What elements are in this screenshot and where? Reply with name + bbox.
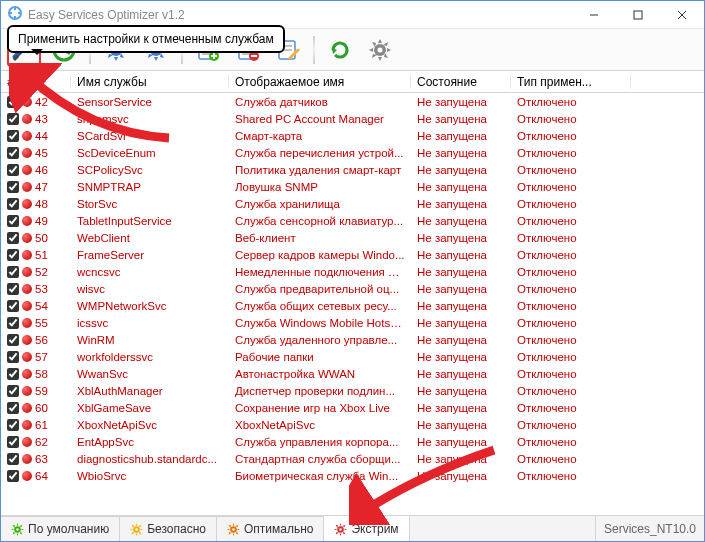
row-checkbox[interactable] <box>7 436 19 448</box>
table-row[interactable]: 50WebClientВеб-клиентНе запущенаОтключен… <box>1 229 704 246</box>
tooltip-text: Применить настройки к отмеченным службам <box>18 32 274 46</box>
tab-safe[interactable]: Безопасно <box>120 516 217 541</box>
table-row[interactable]: 42SensorServiceСлужба датчиковНе запущен… <box>1 93 704 110</box>
col-display[interactable]: Отображаемое имя <box>229 75 411 89</box>
table-row[interactable]: 45ScDeviceEnumСлужба перечисления устрой… <box>1 144 704 161</box>
row-checkbox[interactable] <box>7 198 19 210</box>
col-idx[interactable]: # <box>1 75 71 89</box>
row-checkbox[interactable] <box>7 249 19 261</box>
table-row[interactable]: 56WinRMСлужба удаленного управле...Не за… <box>1 331 704 348</box>
table-row[interactable]: 61XboxNetApiSvcXboxNetApiSvcНе запущенаО… <box>1 416 704 433</box>
service-state: Не запущена <box>411 385 511 397</box>
row-checkbox[interactable] <box>7 453 19 465</box>
table-row[interactable]: 43shpamsvcShared PC Account ManagerНе за… <box>1 110 704 127</box>
service-name: wcncsvc <box>71 266 229 278</box>
row-checkbox[interactable] <box>7 164 19 176</box>
settings-button[interactable] <box>365 35 395 65</box>
row-checkbox[interactable] <box>7 402 19 414</box>
service-apply: Отключено <box>511 283 631 295</box>
statusbar-right: Services_NT10.0 <box>595 516 704 541</box>
tab-default[interactable]: По умолчанию <box>1 516 120 541</box>
row-number: 44 <box>35 130 48 142</box>
row-number: 56 <box>35 334 48 346</box>
row-number: 60 <box>35 402 48 414</box>
service-name: XblAuthManager <box>71 385 229 397</box>
toolbar-separator <box>313 36 315 64</box>
row-checkbox[interactable] <box>7 300 19 312</box>
table-row[interactable]: 53wisvcСлужба предварительной оц...Не за… <box>1 280 704 297</box>
service-apply: Отключено <box>511 317 631 329</box>
row-checkbox[interactable] <box>7 334 19 346</box>
service-name: TabletInputService <box>71 215 229 227</box>
service-name: EntAppSvc <box>71 436 229 448</box>
table-row[interactable]: 54WMPNetworkSvcСлужба общих сетевых ресу… <box>1 297 704 314</box>
service-name: shpamsvc <box>71 113 229 125</box>
status-dot-icon <box>22 335 32 345</box>
row-number: 43 <box>35 113 48 125</box>
table-row[interactable]: 64WbioSrvcБиометрическая служба Win...Не… <box>1 467 704 484</box>
service-display: Немедленные подключения W... <box>229 266 411 278</box>
service-state: Не запущена <box>411 300 511 312</box>
row-checkbox[interactable] <box>7 351 19 363</box>
table-row[interactable]: 48StorSvcСлужба хранилищаНе запущенаОткл… <box>1 195 704 212</box>
status-dot-icon <box>22 182 32 192</box>
service-name: FrameServer <box>71 249 229 261</box>
service-apply: Отключено <box>511 215 631 227</box>
table-row[interactable]: 51FrameServerСервер кадров камеры Windo.… <box>1 246 704 263</box>
tab-optimal-label: Оптимально <box>244 522 314 536</box>
service-display: Политика удаления смарт-карт <box>229 164 411 176</box>
table-row[interactable]: 63diagnosticshub.standardc...Стандартная… <box>1 450 704 467</box>
table-row[interactable]: 52wcncsvcНемедленные подключения W...Не … <box>1 263 704 280</box>
close-button[interactable] <box>660 1 704 29</box>
row-checkbox[interactable] <box>7 215 19 227</box>
grid-body[interactable]: 42SensorServiceСлужба датчиковНе запущен… <box>1 93 704 515</box>
row-checkbox[interactable] <box>7 470 19 482</box>
row-checkbox[interactable] <box>7 130 19 142</box>
row-checkbox[interactable] <box>7 368 19 380</box>
service-name: StorSvc <box>71 198 229 210</box>
table-row[interactable]: 58WwanSvcАвтонастройка WWANНе запущенаОт… <box>1 365 704 382</box>
table-row[interactable]: 47SNMPTRAPЛовушка SNMPНе запущенаОтключе… <box>1 178 704 195</box>
table-row[interactable]: 59XblAuthManagerДиспетчер проверки подли… <box>1 382 704 399</box>
service-display: Диспетчер проверки подлин... <box>229 385 411 397</box>
refresh-button[interactable] <box>325 35 355 65</box>
service-state: Не запущена <box>411 215 511 227</box>
tooltip-balloon: Применить настройки к отмеченным службам <box>7 25 285 53</box>
service-name: icssvc <box>71 317 229 329</box>
row-checkbox[interactable] <box>7 96 19 108</box>
table-row[interactable]: 55icssvcСлужба Windows Mobile HotspotНе … <box>1 314 704 331</box>
svg-point-27 <box>378 47 383 52</box>
minimize-button[interactable] <box>572 1 616 29</box>
services-grid: # Имя службы Отображаемое имя Состояние … <box>1 71 704 515</box>
tab-extreme-label: Экстрим <box>351 522 398 536</box>
status-dot-icon <box>22 233 32 243</box>
status-dot-icon <box>22 386 32 396</box>
row-checkbox[interactable] <box>7 385 19 397</box>
row-checkbox[interactable] <box>7 317 19 329</box>
maximize-button[interactable] <box>616 1 660 29</box>
row-checkbox[interactable] <box>7 266 19 278</box>
table-row[interactable]: 49TabletInputServiceСлужба сенсорной кла… <box>1 212 704 229</box>
table-row[interactable]: 62EntAppSvcСлужба управления корпора...Н… <box>1 433 704 450</box>
row-checkbox[interactable] <box>7 181 19 193</box>
service-name: WMPNetworkSvc <box>71 300 229 312</box>
row-checkbox[interactable] <box>7 283 19 295</box>
row-checkbox[interactable] <box>7 147 19 159</box>
col-apply[interactable]: Тип примен... <box>511 75 631 89</box>
table-row[interactable]: 44SCardSvrСмарт-картаНе запущенаОтключен… <box>1 127 704 144</box>
table-row[interactable]: 57workfolderssvcРабочие папкиНе запущена… <box>1 348 704 365</box>
col-state[interactable]: Состояние <box>411 75 511 89</box>
tab-extreme[interactable]: Экстрим <box>324 516 409 541</box>
row-checkbox[interactable] <box>7 113 19 125</box>
tab-optimal[interactable]: Оптимально <box>217 516 325 541</box>
row-number: 46 <box>35 164 48 176</box>
service-state: Не запущена <box>411 113 511 125</box>
row-checkbox[interactable] <box>7 232 19 244</box>
table-row[interactable]: 46SCPolicySvcПолитика удаления смарт-кар… <box>1 161 704 178</box>
service-apply: Отключено <box>511 147 631 159</box>
row-checkbox[interactable] <box>7 419 19 431</box>
service-display: Служба управления корпора... <box>229 436 411 448</box>
col-name[interactable]: Имя службы <box>71 75 229 89</box>
table-row[interactable]: 60XblGameSaveСохранение игр на Xbox Live… <box>1 399 704 416</box>
service-apply: Отключено <box>511 300 631 312</box>
